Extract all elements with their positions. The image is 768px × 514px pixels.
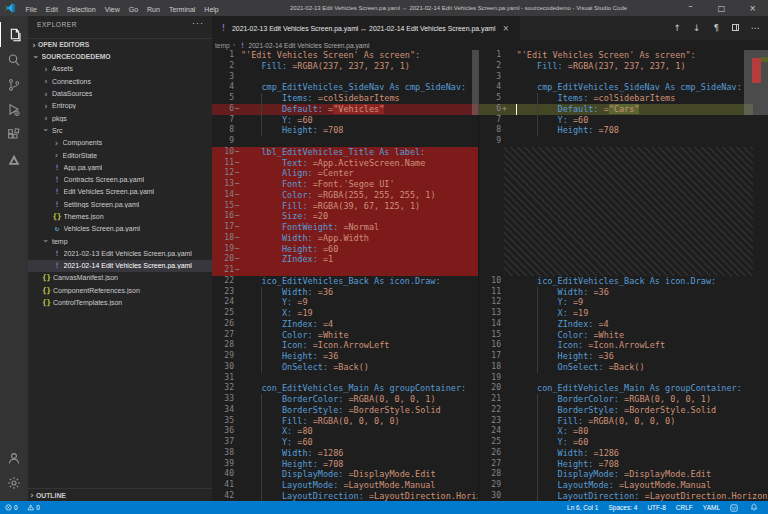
tree-item-controltemplates-json[interactable]: {}ControlTemplates.json: [28, 296, 212, 308]
code-line-original-19[interactable]: 19− Height: =60: [212, 244, 478, 255]
code-line-original-6[interactable]: 6− Default: ="Vehicles": [212, 104, 478, 115]
tree-item-2021-02-14-edit-vehicles-screen-pa-yaml[interactable]: !2021-02-14 Edit Vehicles Screen.pa.yaml: [28, 260, 212, 272]
previous-change-button[interactable]: ↑: [668, 23, 688, 33]
code-line-modified-2[interactable]: 2 Fill: =RGBA(237, 237, 237, 1): [479, 61, 753, 72]
code-line-modified-10[interactable]: 10 ico_EditVehicles_Back As icon.Draw:: [479, 276, 753, 287]
maximize-button[interactable]: □: [706, 0, 737, 16]
menu-view[interactable]: View: [100, 6, 124, 13]
close-button[interactable]: ×: [737, 0, 768, 16]
code-line-original-21[interactable]: 21−: [212, 265, 478, 276]
code-line-modified-13[interactable]: 13 X: =19: [479, 308, 753, 319]
code-line-original-30[interactable]: 30 OnSelect: =Back(): [212, 362, 478, 373]
cursor-position[interactable]: Ln 6, Col 1: [567, 504, 598, 511]
tree-item-componentreferences-json[interactable]: {}ComponentReferences.json: [28, 284, 212, 296]
code-line-original-29[interactable]: 29 Height: =36: [212, 351, 478, 362]
code-line-modified-20[interactable]: 20 con_EditVehicles_Main As groupContain…: [479, 383, 753, 394]
menu-go[interactable]: Go: [124, 6, 142, 13]
code-line-modified-28[interactable]: 28 DisplayMode: =DisplayMode.Edit: [479, 469, 753, 480]
code-line-modified-4[interactable]: 4 cmp_EditVehicles_SideNav As cmp_SideNa…: [479, 82, 753, 93]
code-line-original-27[interactable]: 27 Color: =White: [212, 330, 478, 341]
tree-item-entropy[interactable]: ›Entropy: [28, 100, 212, 112]
code-line-original-38[interactable]: 38 Width: =1286: [212, 448, 478, 459]
code-line-original-14[interactable]: 14− Color: =RGBA(255, 255, 255, 1): [212, 190, 478, 201]
code-line-modified-30[interactable]: 30 LayoutDirection: =LayoutDirection.Hor…: [479, 491, 753, 501]
notifications-bell-icon[interactable]: [750, 503, 760, 512]
code-line-original-25[interactable]: 25 X: =19: [212, 308, 478, 319]
code-line-original-22[interactable]: 22 ico_EditVehicles_Back As icon.Draw:: [212, 276, 478, 287]
tree-item-assets[interactable]: ›Assets: [28, 63, 212, 75]
code-line-modified-7[interactable]: 7 Y: =60: [479, 115, 753, 126]
menu-edit[interactable]: Edit: [41, 6, 62, 13]
eol-setting[interactable]: CRLF: [676, 504, 693, 511]
code-line-modified-17[interactable]: 17 Height: =36: [479, 351, 753, 362]
code-line-modified-8[interactable]: 8 Height: =708: [479, 125, 753, 136]
code-line-original-7[interactable]: 7 Y: =60: [212, 115, 478, 126]
code-line-modified-12[interactable]: 12 Y: =9: [479, 297, 753, 308]
code-line-original-10[interactable]: 10− lbl_EditVehicles_Title As label:: [212, 147, 478, 158]
code-line-modified-29[interactable]: 29 LayoutMode: =LayoutMode.Manual: [479, 480, 753, 491]
tree-item-temp[interactable]: ›temp: [28, 235, 212, 247]
encoding-setting[interactable]: UTF-8: [647, 504, 665, 511]
diff-modified-editor[interactable]: 1"'Edit Vehicles Screen' As screen":2 Fi…: [479, 50, 768, 501]
open-editors-section[interactable]: › OPEN EDITORS: [28, 38, 212, 51]
activity-settings-gear[interactable]: [0, 470, 28, 495]
activity-run-debug[interactable]: [0, 97, 28, 122]
activity-source-control[interactable]: [0, 72, 28, 97]
tree-item-sourcecodedemo[interactable]: ›SOURCECODEDEMO: [28, 51, 212, 63]
code-line-original-8[interactable]: 8 Height: =708: [212, 125, 478, 136]
left-scrollbar-slider[interactable]: [472, 50, 479, 115]
tree-item-pkgs[interactable]: ›pkgs: [28, 112, 212, 124]
code-line-original-3[interactable]: 3: [212, 72, 478, 83]
tree-item-components[interactable]: ›Components: [28, 137, 212, 149]
tree-item-editorstate[interactable]: ›EditorState: [28, 149, 212, 161]
breadcrumb[interactable]: temp › ! 2021-02-14 Edit Vehicles Screen…: [212, 40, 768, 50]
tree-item-settings-screen-pa-yaml[interactable]: !Settings Screen.pa.yaml: [28, 198, 212, 210]
code-line-modified-16[interactable]: 16 Icon: =Icon.ArrowLeft: [479, 340, 753, 351]
code-line-modified-11[interactable]: 11 Width: =36: [479, 287, 753, 298]
code-line-modified-22[interactable]: 22 BorderStyle: =BorderStyle.Solid: [479, 405, 753, 416]
code-line-original-11[interactable]: 11− Text: =App.ActiveScreen.Name: [212, 158, 478, 169]
tree-item-canvasmanifest-json[interactable]: {}CanvasManifest.json: [28, 272, 212, 284]
code-line-original-36[interactable]: 36 X: =80: [212, 426, 478, 437]
code-line-modified-14[interactable]: 14 ZIndex: =4: [479, 319, 753, 330]
tree-item-themes-json[interactable]: {}Themes.json: [28, 210, 212, 222]
sidebar-more-actions-icon[interactable]: ···: [192, 18, 204, 28]
code-line-original-20[interactable]: 20− ZIndex: =1: [212, 254, 478, 265]
tree-item-contracts-screen-pa-yaml[interactable]: !Contracts Screen.pa.yaml: [28, 173, 212, 185]
code-line-original-5[interactable]: 5 Items: =colSidebarItems: [212, 93, 478, 104]
minimize-button[interactable]: –: [675, 0, 706, 16]
activity-custom-extension[interactable]: [0, 147, 28, 172]
problems-indicator[interactable]: 0: [5, 504, 18, 511]
code-line-modified-1[interactable]: 1"'Edit Vehicles Screen' As screen":: [479, 50, 753, 61]
code-line-original-32[interactable]: 32 con_EditVehicles_Main As groupContain…: [212, 383, 478, 394]
warnings-indicator[interactable]: 0: [27, 504, 40, 511]
activity-explorer[interactable]: [0, 22, 28, 47]
code-line-modified-6[interactable]: 6+ Default: ="Cars": [479, 104, 753, 115]
diff-tab[interactable]: ! 2021-02-13 Edit Vehicles Screen.pa.yam…: [212, 16, 520, 40]
code-line-original-39[interactable]: 39 Height: =708: [212, 459, 478, 470]
tree-item-connections[interactable]: ›Connections: [28, 75, 212, 87]
menu-run[interactable]: Run: [143, 6, 165, 13]
split-editor-button[interactable]: [726, 23, 746, 33]
tree-item-datasources[interactable]: ›DataSources: [28, 87, 212, 99]
code-line-original-13[interactable]: 13− Font: =Font.'Segoe UI': [212, 179, 478, 190]
menu-selection[interactable]: Selection: [62, 6, 100, 13]
code-line-modified-18[interactable]: 18 OnSelect: =Back(): [479, 362, 753, 373]
code-line-original-23[interactable]: 23 Width: =36: [212, 287, 478, 298]
tab-close-icon[interactable]: ×: [503, 24, 510, 33]
breadcrumb-folder[interactable]: temp: [215, 42, 230, 49]
tree-item-2021-02-13-edit-vehicles-screen-pa-yaml[interactable]: !2021-02-13 Edit Vehicles Screen.pa.yaml: [28, 247, 212, 259]
code-line-original-17[interactable]: 17− FontWeight: =Normal: [212, 222, 478, 233]
tree-item-vehicles-screen-pa-yaml[interactable]: ↻Vehicles Screen.pa.yaml: [28, 223, 212, 235]
code-line-original-1[interactable]: 1"'Edit Vehicles Screen' As screen":: [212, 50, 478, 61]
code-line-original-41[interactable]: 41 LayoutMode: =LayoutMode.Manual: [212, 480, 478, 491]
code-line-original-15[interactable]: 15− Fill: =RGBA(39, 67, 125, 1): [212, 201, 478, 212]
activity-account[interactable]: [0, 445, 28, 470]
code-line-original-34[interactable]: 34 BorderStyle: =BorderStyle.Solid: [212, 405, 478, 416]
code-line-original-42[interactable]: 42 LayoutDirection: =LayoutDirection.Hor…: [212, 491, 478, 501]
code-line-modified-26[interactable]: 26 Width: =1286: [479, 448, 753, 459]
code-line-modified-27[interactable]: 27 Height: =708: [479, 459, 753, 470]
code-line-original-12[interactable]: 12− Align: =Center: [212, 168, 478, 179]
more-actions-button[interactable]: ⋯: [746, 23, 766, 33]
diff-sash[interactable]: [478, 50, 479, 501]
